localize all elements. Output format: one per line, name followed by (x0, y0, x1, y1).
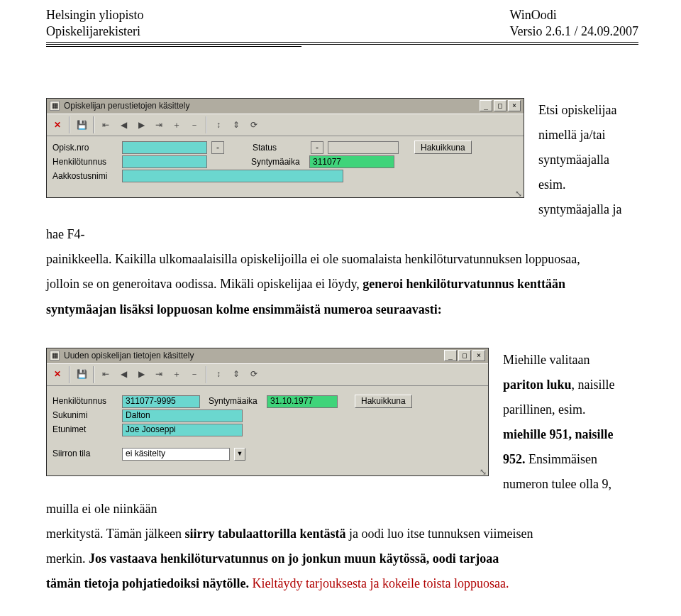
siirron-tila-field[interactable]: ei käsitelty (122, 448, 230, 461)
sort-icon[interactable]: ⇕ (228, 366, 245, 383)
text: ja oodi luo itse tunnuksen viimeisen (346, 527, 533, 541)
save-icon[interactable]: 💾 (73, 366, 90, 383)
sukunimi-field[interactable]: Dalton (122, 409, 243, 422)
opisk-nro-field[interactable] (122, 141, 207, 154)
etunimet-field[interactable]: Joe Jooseppi (122, 424, 243, 436)
nav-next-icon[interactable]: ▶ (133, 366, 150, 383)
sort-icon[interactable]: ↕ (210, 116, 227, 133)
text: , naisille (572, 378, 615, 392)
nav-first-icon[interactable]: ⇤ (97, 116, 114, 133)
text: muilla ei ole niinkään (46, 502, 157, 516)
minimize-button[interactable]: _ (480, 100, 492, 111)
doc-header: Helsingin yliopisto Opiskelijarekisteri … (46, 7, 638, 40)
syntymaika-field[interactable]: 31.10.1977 (267, 395, 338, 408)
close-icon[interactable]: ✕ (49, 366, 66, 383)
save-icon[interactable]: 💾 (73, 116, 90, 133)
nav-next-icon[interactable]: ▶ (133, 116, 150, 133)
resize-handle-icon[interactable]: ⤡ (47, 468, 488, 475)
text: parillinen, esim. (503, 402, 585, 417)
text: Etsi opiskelijaa (538, 103, 616, 117)
refresh-icon[interactable]: ⟳ (245, 366, 262, 383)
window-title: Uuden opiskelijan tietojen käsittely (64, 351, 443, 361)
text: Miehille valitaan (503, 353, 589, 367)
refresh-icon[interactable]: ⟳ (245, 116, 262, 133)
nav-last-icon[interactable]: ⇥ (150, 116, 167, 133)
text: nimellä ja/tai (538, 128, 605, 142)
close-icon[interactable]: ✕ (49, 116, 66, 133)
divider (46, 42, 638, 43)
text: jolloin se on generoitava oodissa. Mikäl… (46, 277, 362, 291)
text: merkitystä. Tämän jälkeen (46, 527, 185, 541)
text-bold: 952. (503, 452, 526, 466)
text: hae F4- (46, 227, 84, 241)
label-syntymaika: Syntymäaika (209, 396, 262, 406)
text-bold: pariton luku (503, 378, 572, 392)
remove-icon[interactable]: － (186, 116, 203, 133)
aakkostusnimi-field[interactable] (122, 170, 343, 182)
text: numeron tulee olla 9, (503, 477, 611, 491)
nav-prev-icon[interactable]: ◀ (115, 116, 132, 133)
henkilotunnus-field[interactable] (122, 155, 207, 168)
text-bold: siirry tabulaattorilla kentästä (185, 527, 346, 541)
window-icon: ▦ (50, 351, 60, 361)
toolbar: ✕ 💾 ⇤ ◀ ▶ ⇥ ＋ － ↕ ⇕ ⟳ (47, 114, 524, 136)
text: merkin. (46, 551, 89, 566)
hakuikkuna-button[interactable]: Hakuikkuna (355, 395, 412, 408)
label-opisk-nro: Opisk.nro (52, 143, 118, 153)
label-henkilotunnus: Henkilötunnus (52, 396, 118, 406)
chevron-down-icon[interactable]: ▼ (234, 448, 245, 461)
close-button[interactable]: × (508, 100, 521, 111)
divider-short (46, 46, 301, 47)
text-bold: tämän tietoja pohjatiedoiksi näytölle. (46, 576, 253, 590)
status-flag: - (211, 141, 224, 154)
toolbar: ✕ 💾 ⇤ ◀ ▶ ⇥ ＋ － ↕ ⇕ ⟳ (47, 363, 488, 386)
text: syntymäajalla ja (538, 202, 621, 216)
label-henkilotunnus: Henkilötunnus (52, 157, 118, 167)
syntymaika-field[interactable]: 311077 (309, 155, 394, 168)
status-name (328, 141, 399, 154)
text-bold: syntymäajan lisäksi loppuosan kolme ensi… (46, 302, 442, 317)
header-right-1: WinOodi (510, 7, 639, 23)
text: Ensimmäisen (526, 452, 598, 466)
header-left-2: Opiskelijarekisteri (46, 23, 144, 40)
nav-last-icon[interactable]: ⇥ (150, 366, 167, 383)
nav-first-icon[interactable]: ⇤ (97, 366, 114, 383)
header-right-2: Versio 2.6.1 / 24.09.2007 (510, 23, 639, 40)
label-sukunimi: Sukunimi (52, 410, 118, 420)
maximize-button[interactable]: □ (458, 350, 471, 361)
label-syntymaika: Syntymäaika (251, 157, 305, 167)
add-icon[interactable]: ＋ (168, 366, 185, 383)
label-aakkostusnimi: Aakkostusnimi (52, 171, 118, 181)
label-etunimet: Etunimet (52, 424, 118, 434)
henkilotunnus-field[interactable]: 311077-9995 (122, 395, 200, 408)
text-bold: generoi henkilöturvatunnus kenttään (362, 277, 565, 291)
text: syntymäajalla (538, 153, 609, 167)
remove-icon[interactable]: － (186, 366, 203, 383)
text-warning: Kieltäydy tarjouksesta ja kokeile toista… (253, 576, 509, 590)
sort-icon[interactable]: ↕ (210, 366, 227, 383)
text-bold: Jos vastaava henkilöturvatunnus on jo jo… (89, 551, 499, 566)
window-title: Opiskelijan perustietojen käsittely (64, 101, 478, 111)
window-opiskelijan-perustiedot: ▦ Opiskelijan perustietojen käsittely _ … (46, 98, 524, 198)
maximize-button[interactable]: □ (494, 100, 506, 111)
label-siirron-tila: Siirron tila (52, 449, 118, 458)
header-left-1: Helsingin yliopisto (46, 7, 144, 23)
text: painikkeella. Kaikilla ulkomaalaisilla o… (46, 252, 580, 266)
close-button[interactable]: × (472, 350, 485, 361)
divider (46, 44, 638, 45)
hakuikkuna-button[interactable]: Hakuikkuna (414, 141, 472, 154)
titlebar: ▦ Uuden opiskelijan tietojen käsittely _… (47, 348, 488, 363)
window-uuden-opiskelijan: ▦ Uuden opiskelijan tietojen käsittely _… (46, 348, 489, 476)
status-text: - (311, 141, 323, 154)
add-icon[interactable]: ＋ (168, 116, 185, 133)
sort-icon[interactable]: ⇕ (228, 116, 245, 133)
titlebar: ▦ Opiskelijan perustietojen käsittely _ … (47, 99, 524, 114)
minimize-button[interactable]: _ (444, 350, 457, 361)
window-icon: ▦ (50, 101, 60, 111)
text-bold: miehille 951, naisille (503, 427, 614, 441)
resize-handle-icon[interactable]: ⤡ (47, 190, 524, 197)
nav-prev-icon[interactable]: ◀ (115, 366, 132, 383)
text: esim. (538, 177, 566, 192)
label-status: Status (253, 143, 306, 153)
